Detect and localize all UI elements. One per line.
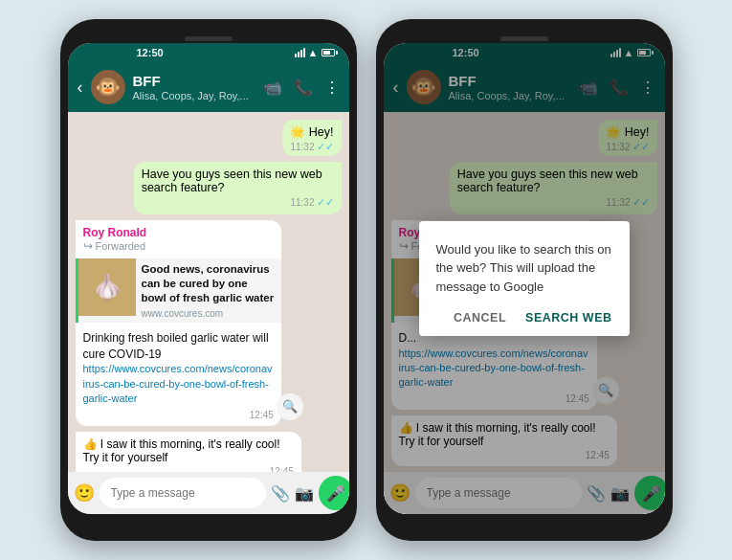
battery-icon-1 [322,49,338,56]
card-link-1[interactable]: https://www.covcures.com/news/coronaviru… [83,362,274,406]
phone-top-bar-1 [68,33,349,43]
cancel-button[interactable]: CANCEL [454,311,506,325]
emoji-text-1: 👍 I saw it this morning, it's really coo… [83,437,294,464]
phone-bottom-bar-2 [384,514,665,527]
search-web-confirm-button[interactable]: SEARCH WEB [525,311,611,325]
emoji-message-1: 👍 I saw it this morning, it's really coo… [76,432,301,472]
video-call-icon-1[interactable]: 📹 [263,78,282,97]
link-url-1: www.covcures.com [142,308,276,319]
link-preview-1: 🧄 Good news, coronavirus can be cured by… [76,258,281,323]
chat-input-bar-1: 🙂 📎 📷 🎤 [68,472,349,514]
emoji-picker-icon-1[interactable]: 🙂 [74,482,95,504]
dialog-message: Would you like to search this on the web… [436,240,612,297]
link-thumbnail-1: 🧄 [78,258,136,316]
phone-call-icon-1[interactable]: 📞 [294,78,313,97]
hey-message-1: 🌟 Hey! 11:32 ✓✓ [282,120,341,156]
dialog-overlay: Would you like to search this on the web… [384,43,665,514]
phone-2: 12:50 ▲ [376,19,673,541]
search-web-dialog: Would you like to search this on the web… [419,221,630,337]
status-icons-1: ▲ [295,47,338,58]
search-feature-time-1: 11:32 ✓✓ [142,196,334,209]
forwarded-label-1: ↪ Forwarded [83,239,274,253]
forwarded-card-1: Roy Ronald ↪ Forwarded 🧄 Good news [76,220,281,426]
sender-name-1: Roy Ronald [83,226,274,239]
forwarded-text-1: Forwarded [96,240,146,252]
card-time-1: 12:45 [83,409,274,422]
hey-text-1: 🌟 Hey! [290,125,333,139]
chat-name-1: BFF [133,73,255,90]
thumbnail-emoji-1: 🧄 [92,273,122,302]
wifi-icon-1: ▲ [308,47,319,58]
chat-info-1[interactable]: BFF Alisa, Coops, Jay, Roy,... [133,73,255,101]
back-button-1[interactable]: ‹ [78,78,83,98]
camera-icon-1[interactable]: 📷 [295,484,314,503]
more-options-icon-1[interactable]: ⋮ [324,78,340,97]
chat-header-1: ‹ 🐵 BFF Alisa, Coops, Jay, Roy,... 📹 📞 ⋮ [68,62,349,112]
phone-top-bar-2 [384,33,665,43]
forward-arrow-icon-1: ↪ [83,239,93,253]
phone-bottom-bar-1 [68,514,349,527]
link-title-1: Good news, coronavirus can be cured by o… [142,262,276,305]
search-web-button-1[interactable]: 🔍 [277,393,303,420]
status-bar-1: 12:50 ▲ [68,43,349,62]
tick-1: ✓✓ [317,141,334,153]
dialog-actions: CANCEL SEARCH WEB [436,311,612,325]
speaker-1 [185,36,233,41]
phones-container: 12:50 ▲ [60,19,673,541]
card-body-text-1: Drinking fresh boiled garlic water will … [83,330,274,363]
tick-2: ✓✓ [317,196,334,209]
avatar-emoji-1: 🐵 [95,75,121,100]
mic-button-1[interactable]: 🎤 [319,476,349,510]
chat-members-1: Alisa, Coops, Jay, Roy,... [133,90,255,101]
attach-icon-1[interactable]: 📎 [271,484,290,503]
status-time-1: 12:50 [137,47,164,58]
avatar-1: 🐵 [91,70,125,104]
message-input-1[interactable] [100,478,266,508]
forwarded-card-wrapper-1: Roy Ronald ↪ Forwarded 🧄 Good news [76,220,310,426]
phone-screen-1: 12:50 ▲ [68,43,349,514]
link-text-area-1: Good news, coronavirus can be cured by o… [136,258,281,323]
forwarded-header-1: Roy Ronald ↪ Forwarded [76,220,281,255]
phone-1: 12:50 ▲ [60,19,357,541]
signal-icon-1 [295,48,305,57]
speaker-2 [500,36,548,41]
search-feature-text-1: Have you guys seen this new web search f… [142,168,334,194]
header-icons-1: 📹 📞 ⋮ [263,78,340,97]
phone-screen-2: 12:50 ▲ [384,43,665,514]
hey-time-1: 11:32 ✓✓ [290,141,333,153]
search-feature-msg-1: Have you guys seen this new web search f… [134,162,342,214]
card-body-1: Drinking fresh boiled garlic water will … [76,326,281,426]
chat-area-1: 🌟 Hey! 11:32 ✓✓ Have you guys seen this … [68,112,349,472]
